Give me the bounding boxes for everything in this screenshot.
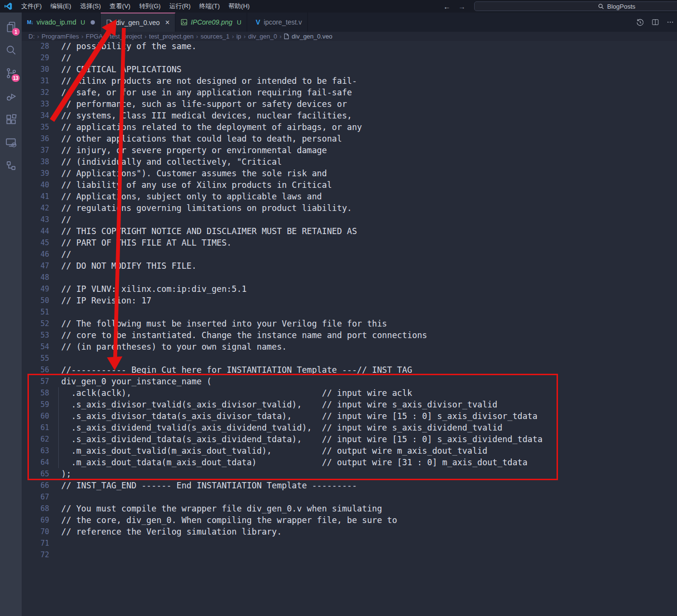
code-line[interactable]: 46//: [22, 249, 543, 260]
code-line[interactable]: 41// Applications, subject only to appli…: [22, 191, 543, 202]
activity-hierarchy[interactable]: [0, 154, 22, 177]
menu-terminal[interactable]: 终端(T): [195, 0, 224, 13]
menu-go[interactable]: 转到(G): [135, 0, 165, 13]
line-text: .s_axis_dividend_tvalid(s_axis_dividend_…: [61, 422, 503, 433]
menu-file[interactable]: 文件(F): [17, 0, 46, 13]
code-line[interactable]: 40// liability of any use of Xilinx prod…: [22, 179, 543, 191]
line-number: 51: [22, 306, 49, 318]
code-line[interactable]: 63 .m_axis_dout_tvalid(m_axis_dout_tvali…: [22, 445, 543, 457]
code-line[interactable]: 67: [22, 491, 543, 503]
code-line[interactable]: 31// Xilinx products are not designed or…: [22, 75, 543, 87]
code-line[interactable]: 71: [22, 537, 543, 549]
line-number: 49: [22, 283, 49, 295]
code-lines[interactable]: 28// possibility of the same.29//30// CR…: [22, 40, 543, 561]
code-line[interactable]: 53// core to be instantiated. Change the…: [22, 329, 543, 341]
code-line[interactable]: 72: [22, 549, 543, 561]
line-number: 48: [22, 272, 49, 283]
breadcrumb-item[interactable]: sources_1: [200, 33, 229, 40]
menu-run[interactable]: 运行(R): [165, 0, 195, 13]
code-line[interactable]: 55: [22, 353, 543, 364]
code-line[interactable]: 57div_gen_0 your_instance_name (: [22, 376, 543, 387]
breadcrumb-item[interactable]: ProgramFiles: [41, 33, 79, 40]
code-line[interactable]: 68// You must compile the wrapper file d…: [22, 503, 543, 514]
nav-back-icon[interactable]: ←: [443, 2, 451, 11]
timeline-history-icon[interactable]: [636, 18, 644, 26]
breadcrumb-item[interactable]: test_project.gen: [149, 33, 194, 40]
code-line[interactable]: 44// THIS COPYRIGHT NOTICE AND DISCLAIME…: [22, 225, 543, 237]
line-text: // injury, or severe property or environ…: [61, 144, 327, 156]
modified-dot-icon[interactable]: [91, 20, 95, 25]
code-line[interactable]: 36// other applications that could lead …: [22, 133, 543, 144]
menu-view[interactable]: 查看(V): [105, 0, 134, 13]
line-number: 34: [22, 110, 49, 121]
tab-ipcore09-png[interactable]: IPCore09.png U: [175, 13, 247, 32]
activity-run-debug[interactable]: [0, 85, 22, 108]
code-line[interactable]: 52// The following must be inserted into…: [22, 318, 543, 329]
breadcrumb-item[interactable]: FPGA: [86, 33, 103, 40]
code-line[interactable]: 49// IP VLNV: xilinx.com:ip:div_gen:5.1: [22, 283, 543, 295]
line-number: 62: [22, 433, 49, 445]
code-line[interactable]: 50// IP Revision: 17: [22, 295, 543, 306]
code-line[interactable]: 47// DO NOT MODIFY THIS FILE.: [22, 260, 543, 272]
line-text: // You must compile the wrapper file div…: [61, 503, 382, 514]
line-number: 50: [22, 295, 49, 306]
line-number: 64: [22, 457, 49, 468]
code-line[interactable]: 60 .s_axis_divisor_tdata(s_axis_divisor_…: [22, 410, 543, 422]
activity-search[interactable]: [0, 39, 22, 62]
code-line[interactable]: 43//: [22, 214, 543, 225]
menu-edit[interactable]: 编辑(E): [46, 0, 76, 13]
code-line[interactable]: 37// injury, or severe property or envir…: [22, 144, 543, 156]
activity-extensions[interactable]: [0, 108, 22, 131]
code-line[interactable]: 35// applications related to the deploym…: [22, 121, 543, 133]
tab-vivado-ip-md[interactable]: M↓ vivado_ip.md U: [22, 13, 101, 32]
close-icon[interactable]: ×: [165, 19, 170, 26]
code-line[interactable]: 66// INST_TAG_END ------ End INSTANTIATI…: [22, 480, 543, 491]
code-line[interactable]: 61 .s_axis_dividend_tvalid(s_axis_divide…: [22, 422, 543, 433]
breadcrumb-item[interactable]: div_gen_0: [248, 33, 277, 40]
menu-selection[interactable]: 选择(S): [76, 0, 105, 13]
code-line[interactable]: 30// CRITICAL APPLICATIONS: [22, 64, 543, 75]
more-actions-icon[interactable]: [666, 18, 674, 26]
code-line[interactable]: 48: [22, 272, 543, 283]
line-text: // liability of any use of Xilinx produc…: [61, 179, 332, 191]
code-line[interactable]: 64 .m_axis_dout_tdata(m_axis_dout_tdata)…: [22, 457, 543, 468]
code-line[interactable]: 28// possibility of the same.: [22, 40, 543, 52]
code-line[interactable]: 62 .s_axis_dividend_tdata(s_axis_dividen…: [22, 433, 543, 445]
line-text: .m_axis_dout_tvalid(m_axis_dout_tvalid),…: [61, 445, 487, 457]
breadcrumb-file[interactable]: div_gen_0.veo: [284, 33, 332, 40]
line-number: 39: [22, 168, 49, 179]
activity-remote-explorer[interactable]: [0, 131, 22, 154]
code-line[interactable]: 54// (in parentheses) to your own signal…: [22, 341, 543, 353]
code-line[interactable]: 29//: [22, 52, 543, 64]
code-line[interactable]: 51: [22, 306, 543, 318]
code-line[interactable]: 56//----------- Begin Cut here for INSTA…: [22, 364, 543, 376]
breadcrumb-item[interactable]: test_project: [110, 33, 142, 40]
activity-explorer[interactable]: 1: [0, 15, 22, 39]
code-line[interactable]: 42// regulations governing limitations o…: [22, 202, 543, 214]
activity-bar: 1 13: [0, 13, 22, 616]
code-line[interactable]: 58 .aclk(aclk), // input wire aclk: [22, 387, 543, 399]
nav-forward-icon[interactable]: →: [458, 2, 465, 11]
line-text: .s_axis_divisor_tdata(s_axis_divisor_tda…: [61, 410, 537, 422]
code-line[interactable]: 59 .s_axis_divisor_tvalid(s_axis_divisor…: [22, 399, 543, 410]
activity-source-control[interactable]: 13: [0, 62, 22, 85]
code-line[interactable]: 65);: [22, 468, 543, 480]
code-line[interactable]: 45// PART OF THIS FILE AT ALL TIMES.: [22, 237, 543, 249]
split-editor-icon[interactable]: [651, 18, 659, 26]
tab-div-gen-0-veo[interactable]: div_gen_0.veo ×: [101, 13, 175, 32]
command-center-search[interactable]: BlogPosts: [474, 1, 677, 11]
code-line[interactable]: 39// Applications"). Customer assumes th…: [22, 168, 543, 179]
code-line[interactable]: 32// safe, or for use in any application…: [22, 87, 543, 98]
menu-help[interactable]: 帮助(H): [224, 0, 254, 13]
breadcrumb-item[interactable]: D:: [28, 33, 35, 40]
tab-ipcore-test-v[interactable]: V ipcore_test.v: [247, 13, 308, 32]
code-line[interactable]: 69// the core, div_gen_0. When compiling…: [22, 514, 543, 526]
code-line[interactable]: 70// reference the Verilog simulation li…: [22, 526, 543, 537]
line-text: // Applications, subject only to applica…: [61, 191, 322, 202]
code-line[interactable]: 33// performance, such as life-support o…: [22, 98, 543, 110]
search-icon: [598, 3, 604, 10]
code-line[interactable]: 38// (individually and collectively, "Cr…: [22, 156, 543, 168]
code-line[interactable]: 34// systems, Class III medical devices,…: [22, 110, 543, 121]
breadcrumb-item[interactable]: ip: [236, 33, 241, 40]
line-text: .m_axis_dout_tdata(m_axis_dout_tdata) //…: [61, 457, 528, 468]
